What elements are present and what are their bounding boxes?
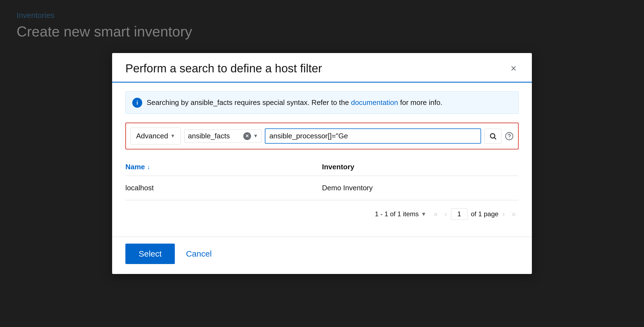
modal-body: i Searching by ansible_facts requires sp… <box>112 83 532 237</box>
help-button[interactable] <box>505 132 514 141</box>
clear-field-icon: ✕ <box>243 132 251 140</box>
first-page-button[interactable]: « <box>431 208 441 220</box>
svg-line-1 <box>494 138 496 139</box>
field-chevron-down-icon: ▼ <box>253 133 258 139</box>
filter-field-text: ansible_facts <box>188 132 241 140</box>
info-text-before: Searching by ansible_facts requires spec… <box>147 98 351 107</box>
info-text: Searching by ansible_facts requires spec… <box>147 97 442 108</box>
info-icon: i <box>132 98 142 108</box>
last-page-button[interactable]: » <box>509 208 519 220</box>
sort-icon[interactable]: ↓ <box>147 164 150 171</box>
documentation-link[interactable]: documentation <box>351 98 398 107</box>
modal-title: Perform a search to define a host filter <box>125 62 322 75</box>
help-icon <box>505 132 514 141</box>
search-type-dropdown[interactable]: Advanced ▼ <box>130 128 181 144</box>
cell-name: localhost <box>125 184 322 192</box>
pagination-info: 1 - 1 of 1 items ▼ <box>375 210 427 218</box>
of-page-text: of 1 page <box>471 210 498 218</box>
table-row: localhost Demo Inventory <box>125 176 519 200</box>
info-banner: i Searching by ansible_facts requires sp… <box>125 91 519 114</box>
select-button[interactable]: Select <box>125 244 175 264</box>
search-button[interactable] <box>484 129 502 144</box>
col-inventory-header: Inventory <box>322 163 519 171</box>
filter-value-input[interactable] <box>265 128 481 144</box>
pagination-nav: « ‹ of 1 page › » <box>431 208 519 220</box>
modal-header: Perform a search to define a host filter… <box>112 53 532 83</box>
pagination-area: 1 - 1 of 1 items ▼ « ‹ of 1 page › » <box>125 200 519 228</box>
chevron-down-icon: ▼ <box>170 133 175 139</box>
pagination-dropdown-button[interactable]: ▼ <box>421 211 426 217</box>
modal-close-button[interactable]: × <box>508 62 519 75</box>
col-name-header: Name ↓ <box>125 163 322 171</box>
cancel-button[interactable]: Cancel <box>181 244 216 264</box>
info-text-after: for more info. <box>398 98 442 107</box>
page-number-input[interactable] <box>451 208 468 220</box>
search-area: Advanced ▼ ansible_facts ✕ ▼ <box>125 123 519 149</box>
table-header: Name ↓ Inventory <box>125 158 519 176</box>
modal-dialog: Perform a search to define a host filter… <box>112 53 532 274</box>
search-icon <box>489 132 497 140</box>
search-type-label: Advanced <box>136 132 168 140</box>
next-page-button[interactable]: › <box>500 208 508 220</box>
filter-field-container: ansible_facts ✕ ▼ <box>184 129 262 143</box>
modal-overlay: Perform a search to define a host filter… <box>0 0 644 327</box>
name-column-label[interactable]: Name <box>125 163 145 171</box>
modal-footer: Select Cancel <box>112 237 532 274</box>
filter-field-clear-button[interactable]: ✕ <box>243 132 251 140</box>
page-input-container: of 1 page <box>451 208 498 220</box>
pagination-range: 1 - 1 of 1 items <box>375 210 419 218</box>
cell-inventory: Demo Inventory <box>322 184 519 192</box>
results-table: Name ↓ Inventory localhost Demo Inventor… <box>125 158 519 228</box>
prev-page-button[interactable]: ‹ <box>442 208 450 220</box>
